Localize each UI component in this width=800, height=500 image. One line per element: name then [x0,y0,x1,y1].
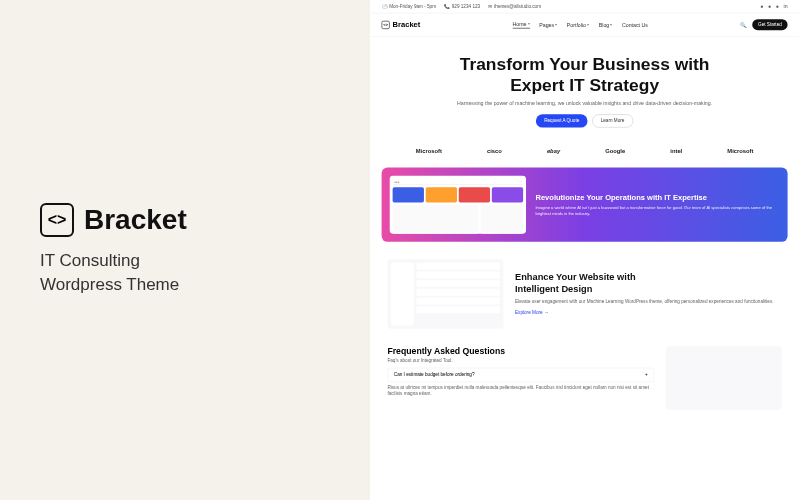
nav-logo-icon: <> [382,21,390,29]
search-icon[interactable]: 🔍 [740,22,746,28]
learn-more-button[interactable]: Learn More [592,114,633,127]
feature-body: Elevate user engagement with our Machine… [515,299,782,306]
client-logo: ebay [547,147,560,153]
request-quote-button[interactable]: Request A Quote [536,114,587,127]
chevron-down-icon: ▾ [528,21,530,26]
topbar-email[interactable]: ✉ themes@allstudio.com [488,4,541,9]
faq-answer: Risus at ultrices mi tempus imperdiet nu… [387,384,654,397]
brand-name: Bracket [84,204,187,236]
nav-portfolio[interactable]: Portfolio▾ [567,22,590,28]
twitter-icon[interactable]: ● [776,3,779,9]
client-logo: Google [605,147,625,153]
dashboard-mockup: ●●●··· [390,176,526,234]
theme-preview: 🕐 Mon-Friday 9am - 5pm 📞 929 1234 123 ✉ … [370,0,800,500]
client-logo: intel [670,147,682,153]
chevron-down-icon: ▾ [587,22,589,27]
client-logo: cisco [487,147,502,153]
client-logos: Microsoft cisco ebay Google intel Micros… [370,139,799,162]
hero: Transform Your Business withExpert IT St… [370,37,799,140]
nav-home[interactable]: Home▾ [513,21,530,29]
faq-subtitle: Faq's about our Integrated Tool. [387,358,654,363]
linkedin-icon[interactable]: in [784,3,788,9]
faq-title: Frequently Asked Questions [387,346,654,356]
tagline: IT Consulting Wordpress Theme [40,249,179,297]
brand-row: <> Bracket [40,203,187,237]
promo-panel: <> Bracket IT Consulting Wordpress Theme [0,0,370,500]
hero-title: Transform Your Business withExpert IT St… [393,54,776,96]
github-icon[interactable]: ● [768,3,771,9]
nav-brand[interactable]: <> Bracket [382,20,421,29]
nav-blog[interactable]: Blog▾ [599,22,613,28]
facebook-icon[interactable]: ● [760,3,763,9]
plus-icon: + [645,372,648,377]
faq-section: Frequently Asked Questions Faq's about o… [370,340,799,415]
feature-title: Enhance Your Website withIntelligent Des… [515,271,782,295]
nav-contact[interactable]: Contact Us [622,22,648,28]
feature-mockup [387,259,503,329]
nav-pages[interactable]: Pages▾ [539,22,557,28]
get-started-button[interactable]: Get Started [752,19,787,30]
faq-item[interactable]: Can I estimate budget before ordering? + [387,368,654,383]
topbar-phone[interactable]: 📞 929 1234 123 [444,4,480,9]
feature-banner: ●●●··· Revolutionize Your Operations wit… [382,168,788,242]
banner-body: Imagine a world where AI isn't just a bu… [535,205,779,216]
topbar: 🕐 Mon-Friday 9am - 5pm 📞 929 1234 123 ✉ … [370,0,799,13]
faq-mockup [666,346,782,410]
brand-logo-icon: <> [40,203,74,237]
explore-more-link[interactable]: Explore More → [515,310,549,315]
navbar: <> Bracket Home▾ Pages▾ Portfolio▾ Blog▾… [370,13,799,36]
topbar-hours: 🕐 Mon-Friday 9am - 5pm [382,4,436,9]
feature-section: Enhance Your Website withIntelligent Des… [370,248,799,341]
client-logo: Microsoft [416,147,442,153]
chevron-down-icon: ▾ [610,22,612,27]
chevron-down-icon: ▾ [555,22,557,27]
banner-title: Revolutionize Your Operations with IT Ex… [535,193,779,202]
client-logo: Microsoft [727,147,753,153]
hero-subtitle: Harnessing the power of machine learning… [393,100,776,106]
